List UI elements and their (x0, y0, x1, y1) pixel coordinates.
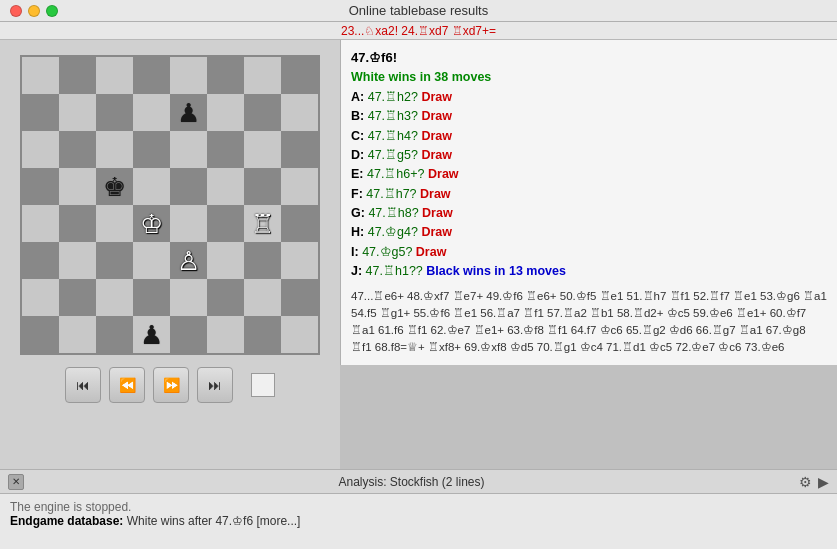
cell-0-1[interactable] (59, 57, 96, 94)
cell-1-4[interactable]: ♟ (170, 94, 207, 131)
cell-6-4[interactable] (170, 279, 207, 316)
cell-0-3[interactable] (133, 57, 170, 94)
cell-5-7[interactable] (281, 242, 318, 279)
cell-6-6[interactable] (244, 279, 281, 316)
cell-5-1[interactable] (59, 242, 96, 279)
cell-1-7[interactable] (281, 94, 318, 131)
forward-button[interactable]: ⏩ (153, 367, 189, 403)
cell-3-4[interactable] (170, 168, 207, 205)
bottom-close-button[interactable]: ✕ (8, 474, 24, 490)
best-move-label[interactable]: 47.♔f6! (351, 50, 397, 65)
cell-5-5[interactable] (207, 242, 244, 279)
cell-0-4[interactable] (170, 57, 207, 94)
cell-4-5[interactable] (207, 205, 244, 242)
right-panel[interactable]: 47.♔f6! White wins in 38 moves A: 47.♖h2… (340, 40, 837, 365)
cell-5-3[interactable] (133, 242, 170, 279)
cell-2-0[interactable] (22, 131, 59, 168)
option-a[interactable]: A: 47.♖h2? Draw (351, 88, 827, 107)
piece-white-♙: ♙ (177, 248, 200, 274)
cell-6-1[interactable] (59, 279, 96, 316)
option-f[interactable]: F: 47.♖h7? Draw (351, 185, 827, 204)
cell-0-5[interactable] (207, 57, 244, 94)
cell-7-6[interactable] (244, 316, 281, 353)
analysis-line: 47...♖e6+ 48.♔xf7 ♖e7+ 49.♔f6 ♖e6+ 50.♔f… (351, 288, 827, 357)
option-move: 47.♖h2? (368, 90, 418, 104)
cell-4-4[interactable] (170, 205, 207, 242)
cell-2-2[interactable] (96, 131, 133, 168)
cell-7-1[interactable] (59, 316, 96, 353)
cell-1-5[interactable] (207, 94, 244, 131)
cell-5-6[interactable] (244, 242, 281, 279)
cell-2-5[interactable] (207, 131, 244, 168)
maximize-button[interactable] (46, 5, 58, 17)
cell-7-7[interactable] (281, 316, 318, 353)
gear-icon[interactable]: ⚙ (799, 474, 812, 490)
cell-3-0[interactable] (22, 168, 59, 205)
move-line-text[interactable]: 23...♘xa2! 24.♖xd7 ♖xd7+= (341, 24, 496, 38)
cell-3-5[interactable] (207, 168, 244, 205)
cell-4-1[interactable] (59, 205, 96, 242)
option-g[interactable]: G: 47.♖h8? Draw (351, 204, 827, 223)
cell-3-6[interactable] (244, 168, 281, 205)
option-result: Draw (421, 109, 452, 123)
cell-0-7[interactable] (281, 57, 318, 94)
skip-forward-button[interactable]: ⏭ (197, 367, 233, 403)
cell-4-3[interactable]: ♔ (133, 205, 170, 242)
cell-4-0[interactable] (22, 205, 59, 242)
cell-7-0[interactable] (22, 316, 59, 353)
cell-2-1[interactable] (59, 131, 96, 168)
cell-1-0[interactable] (22, 94, 59, 131)
minimize-button[interactable] (28, 5, 40, 17)
cell-5-0[interactable] (22, 242, 59, 279)
option-letter: J: (351, 264, 362, 278)
cell-7-2[interactable] (96, 316, 133, 353)
cell-1-2[interactable] (96, 94, 133, 131)
cell-0-6[interactable] (244, 57, 281, 94)
option-result: Draw (428, 167, 459, 181)
option-letter: B: (351, 109, 364, 123)
cell-1-3[interactable] (133, 94, 170, 131)
option-e[interactable]: E: 47.♖h6+? Draw (351, 165, 827, 184)
cell-5-4[interactable]: ♙ (170, 242, 207, 279)
play-icon[interactable]: ▶ (818, 474, 829, 490)
piece-white-♔: ♔ (140, 211, 163, 237)
endgame-info[interactable]: Endgame database: White wins after 47.♔f… (10, 514, 827, 528)
cell-4-6[interactable]: ♖ (244, 205, 281, 242)
cell-2-6[interactable] (244, 131, 281, 168)
cell-0-0[interactable] (22, 57, 59, 94)
cell-6-3[interactable] (133, 279, 170, 316)
option-b[interactable]: B: 47.♖h3? Draw (351, 107, 827, 126)
option-h[interactable]: H: 47.♔g4? Draw (351, 223, 827, 242)
back-button[interactable]: ⏪ (109, 367, 145, 403)
cell-7-5[interactable] (207, 316, 244, 353)
cell-3-7[interactable] (281, 168, 318, 205)
chess-board[interactable]: ♟♚♔♖♙♟ (20, 55, 320, 355)
cell-1-6[interactable] (244, 94, 281, 131)
cell-5-2[interactable] (96, 242, 133, 279)
skip-back-button[interactable]: ⏮ (65, 367, 101, 403)
move-line: 23...♘xa2! 24.♖xd7 ♖xd7+= (0, 22, 837, 40)
cell-4-7[interactable] (281, 205, 318, 242)
option-letter: H: (351, 225, 364, 239)
cell-0-2[interactable] (96, 57, 133, 94)
cell-6-0[interactable] (22, 279, 59, 316)
window-controls[interactable] (10, 5, 58, 17)
option-d[interactable]: D: 47.♖g5? Draw (351, 146, 827, 165)
cell-3-3[interactable] (133, 168, 170, 205)
cell-3-1[interactable] (59, 168, 96, 205)
cell-2-7[interactable] (281, 131, 318, 168)
cell-6-2[interactable] (96, 279, 133, 316)
cell-7-4[interactable] (170, 316, 207, 353)
cell-2-3[interactable] (133, 131, 170, 168)
cell-6-7[interactable] (281, 279, 318, 316)
option-c[interactable]: C: 47.♖h4? Draw (351, 127, 827, 146)
cell-6-5[interactable] (207, 279, 244, 316)
cell-3-2[interactable]: ♚ (96, 168, 133, 205)
close-button[interactable] (10, 5, 22, 17)
cell-7-3[interactable]: ♟ (133, 316, 170, 353)
option-j[interactable]: J: 47.♖h1?? Black wins in 13 moves (351, 262, 827, 281)
cell-1-1[interactable] (59, 94, 96, 131)
cell-2-4[interactable] (170, 131, 207, 168)
option-i[interactable]: I: 47.♔g5? Draw (351, 243, 827, 262)
cell-4-2[interactable] (96, 205, 133, 242)
